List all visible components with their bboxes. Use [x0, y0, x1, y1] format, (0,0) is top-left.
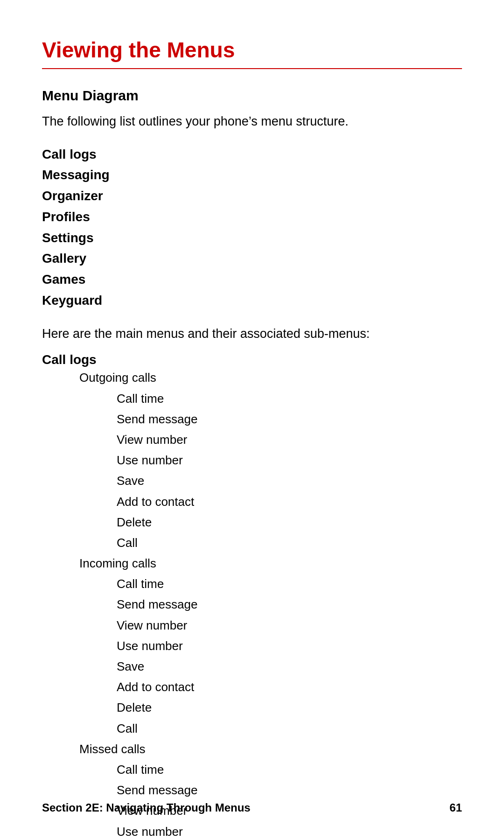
outgoing-save: Save	[42, 470, 462, 491]
incoming-save: Save	[42, 656, 462, 677]
main-menu-item-organizer: Organizer	[42, 186, 462, 207]
incoming-call-time: Call time	[42, 574, 462, 594]
outgoing-send-message: Send message	[42, 409, 462, 429]
missed-use-number: Use number	[42, 821, 462, 840]
menu-diagram-heading: Menu Diagram	[42, 88, 462, 104]
main-menu-item-settings: Settings	[42, 228, 462, 249]
page-container: Viewing the Menus Menu Diagram The follo…	[0, 0, 504, 840]
page-footer: Section 2E: Navigating Through Menus 61	[42, 801, 462, 814]
incoming-send-message: Send message	[42, 594, 462, 615]
main-menu-list: Call logs Messaging Organizer Profiles S…	[42, 144, 462, 311]
outgoing-add-to-contact: Add to contact	[42, 491, 462, 512]
main-menu-item-calllogs: Call logs	[42, 144, 462, 165]
incoming-calls-label: Incoming calls	[42, 553, 462, 574]
call-logs-section: Call logs Outgoing calls Call time Send …	[42, 352, 462, 840]
outgoing-delete: Delete	[42, 512, 462, 532]
intro-text: The following list outlines your phone’s…	[42, 112, 462, 131]
main-menu-item-gallery: Gallery	[42, 248, 462, 269]
page-title: Viewing the Menus	[42, 37, 462, 63]
main-menu-item-keyguard: Keyguard	[42, 290, 462, 311]
sub-menus-intro: Here are the main menus and their associ…	[42, 324, 462, 343]
outgoing-view-number: View number	[42, 429, 462, 450]
incoming-add-to-contact: Add to contact	[42, 677, 462, 697]
incoming-use-number: Use number	[42, 636, 462, 656]
outgoing-call-time: Call time	[42, 388, 462, 409]
missed-send-message: Send message	[42, 780, 462, 800]
title-divider	[42, 68, 462, 69]
incoming-view-number: View number	[42, 615, 462, 636]
missed-calls-label: Missed calls	[42, 739, 462, 759]
main-menu-item-games: Games	[42, 269, 462, 290]
main-menu-item-profiles: Profiles	[42, 207, 462, 228]
main-menu-item-messaging: Messaging	[42, 165, 462, 186]
incoming-call: Call	[42, 718, 462, 739]
outgoing-call: Call	[42, 532, 462, 553]
missed-call-time: Call time	[42, 759, 462, 780]
incoming-delete: Delete	[42, 697, 462, 718]
outgoing-use-number: Use number	[42, 450, 462, 470]
call-logs-heading: Call logs	[42, 352, 97, 367]
footer-page-number: 61	[449, 801, 462, 814]
footer-section-label: Section 2E: Navigating Through Menus	[42, 801, 251, 814]
outgoing-calls-label: Outgoing calls	[42, 367, 462, 388]
